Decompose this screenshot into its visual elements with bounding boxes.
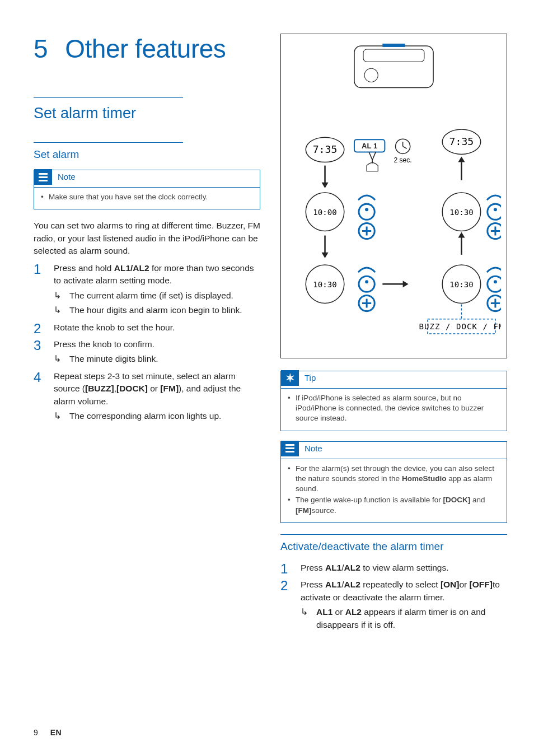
- step: 1 Press and hold AL1/AL2 for more than t…: [34, 262, 260, 319]
- step-number: 4: [34, 370, 46, 425]
- svg-point-17: [488, 204, 501, 220]
- diagram-time: 10:30: [313, 280, 336, 289]
- section-heading: Set alarm timer: [34, 100, 260, 122]
- step: 2 Rotate the knob to set the hour.: [34, 321, 260, 336]
- result-arrow-icon: ↳: [54, 290, 64, 302]
- callout-tab: ✶ Tip: [281, 370, 507, 387]
- svg-rect-0: [354, 46, 433, 88]
- knob-icon: [488, 195, 501, 239]
- page-lang: EN: [50, 728, 62, 737]
- rule: [34, 142, 183, 143]
- diagram-time: 7:35: [313, 143, 338, 155]
- knob-icon: [359, 268, 374, 311]
- svg-point-26: [359, 276, 374, 292]
- callout-label: Note: [58, 171, 76, 183]
- chapter-title: Other features: [65, 34, 226, 63]
- callout-list: If iPod/iPhone is selected as alarm sour…: [281, 388, 507, 431]
- svg-marker-23: [458, 232, 465, 238]
- tip-callout: ✶ Tip If iPod/iPhone is selected as alar…: [280, 371, 507, 431]
- page-number: 9: [34, 728, 38, 737]
- callout-item: For the alarm(s) set through the device,…: [288, 464, 501, 494]
- callout-label: Note: [305, 443, 322, 454]
- result-arrow-icon: ↳: [301, 606, 311, 631]
- svg-rect-1: [363, 49, 424, 62]
- right-column: 7:35 AL 1 2 sec. 7:35: [280, 34, 507, 734]
- svg-point-14: [359, 204, 374, 220]
- sub-step: ↳ AL1 or AL2 appears if alarm timer is o…: [301, 606, 507, 631]
- diagram-source-label: BUZZ / DOCK / FM: [419, 322, 501, 331]
- note-callout: Note Make sure that you have set the clo…: [34, 170, 260, 209]
- svg-point-29: [488, 276, 501, 292]
- svg-point-3: [364, 68, 378, 82]
- diagram-time: 10:30: [449, 208, 473, 217]
- svg-marker-33: [403, 281, 409, 287]
- step-number: 1: [34, 262, 46, 319]
- callout-item: The gentle wake-up function is available…: [288, 495, 501, 515]
- step-number: 3: [34, 338, 46, 368]
- chapter-heading: 5 Other features: [34, 34, 260, 64]
- step: 2 Press AL1/AL2 repeatedly to select [ON…: [280, 578, 507, 633]
- callout-list: Make sure that you have set the clock co…: [34, 187, 260, 209]
- svg-point-30: [494, 280, 497, 283]
- step: 4 Repeat steps 2-3 to set minute, select…: [34, 370, 260, 425]
- svg-point-18: [494, 208, 497, 211]
- intro-paragraph: You can set two alarms to ring at differ…: [34, 220, 260, 257]
- callout-item: If iPod/iPhone is selected as alarm sour…: [288, 393, 501, 424]
- callout-tab: Note: [34, 169, 260, 186]
- diagram-svg: 7:35 AL 1 2 sec. 7:35: [287, 41, 501, 349]
- diagram-time: 10:00: [313, 208, 336, 217]
- steps-list: 1 Press AL1/AL2 to view alarm settings. …: [280, 562, 507, 633]
- result-arrow-icon: ↳: [54, 410, 64, 422]
- callout-list: For the alarm(s) set through the device,…: [281, 459, 507, 522]
- svg-marker-21: [321, 253, 328, 258]
- chapter-number: 5: [34, 34, 58, 64]
- svg-rect-2: [382, 44, 405, 47]
- step-body: Press and hold AL1/AL2 for more than two…: [54, 262, 260, 319]
- step-body: Rotate the knob to set the hour.: [54, 321, 260, 336]
- step-number: 2: [34, 321, 46, 336]
- step-body: Press the knob to confirm. ↳ The minute …: [54, 338, 260, 368]
- step: 3 Press the knob to confirm. ↳ The minut…: [34, 338, 260, 368]
- note-icon: [281, 441, 299, 456]
- page-footer: 9 EN: [34, 728, 62, 737]
- sub-step: ↳ The hour digits and alarm icon begin t…: [54, 304, 260, 316]
- sub-step: ↳ The minute digits blink.: [54, 353, 260, 365]
- svg-point-27: [365, 280, 368, 283]
- diagram-al1-label: AL 1: [362, 142, 377, 150]
- step-number: 2: [280, 578, 293, 633]
- page: 5 Other features Set alarm timer Set ala…: [0, 0, 534, 756]
- steps-list: 1 Press and hold AL1/AL2 for more than t…: [34, 262, 260, 425]
- sub-step: ↳ The corresponding alarm icon lights up…: [54, 410, 260, 422]
- tip-icon: ✶: [281, 370, 299, 386]
- svg-point-15: [365, 208, 368, 211]
- note-icon: [34, 169, 52, 185]
- callout-label: Tip: [305, 372, 316, 384]
- step-body: Repeat steps 2-3 to set minute, select a…: [54, 370, 260, 425]
- rule: [280, 534, 507, 535]
- subsection-heading: Activate/deactivate the alarm timer: [280, 537, 507, 553]
- result-arrow-icon: ↳: [54, 304, 64, 316]
- svg-marker-9: [321, 183, 328, 188]
- svg-marker-11: [458, 156, 465, 162]
- callout-tab: Note: [281, 441, 507, 458]
- step-number: 1: [280, 562, 293, 576]
- rule: [34, 97, 183, 98]
- knob-icon: [359, 195, 374, 239]
- sub-step: ↳ The current alarm time (if set) is dis…: [54, 290, 260, 302]
- step-body: Press AL1/AL2 repeatedly to select [ON]o…: [301, 578, 507, 633]
- knob-icon: [488, 268, 501, 311]
- step: 1 Press AL1/AL2 to view alarm settings.: [280, 562, 507, 576]
- callout-item: Make sure that you have set the clock co…: [41, 192, 254, 202]
- diagram-2sec-label: 2 sec.: [394, 156, 412, 164]
- diagram-time: 10:30: [449, 280, 473, 289]
- step-body: Press AL1/AL2 to view alarm settings.: [301, 562, 507, 576]
- left-column: 5 Other features Set alarm timer Set ala…: [34, 34, 260, 734]
- subsection-heading: Set alarm: [34, 145, 260, 161]
- result-arrow-icon: ↳: [54, 353, 64, 365]
- diagram-time: 7:35: [449, 136, 474, 147]
- alarm-diagram: 7:35 AL 1 2 sec. 7:35: [280, 34, 507, 358]
- note-callout: Note For the alarm(s) set through the de…: [280, 441, 507, 523]
